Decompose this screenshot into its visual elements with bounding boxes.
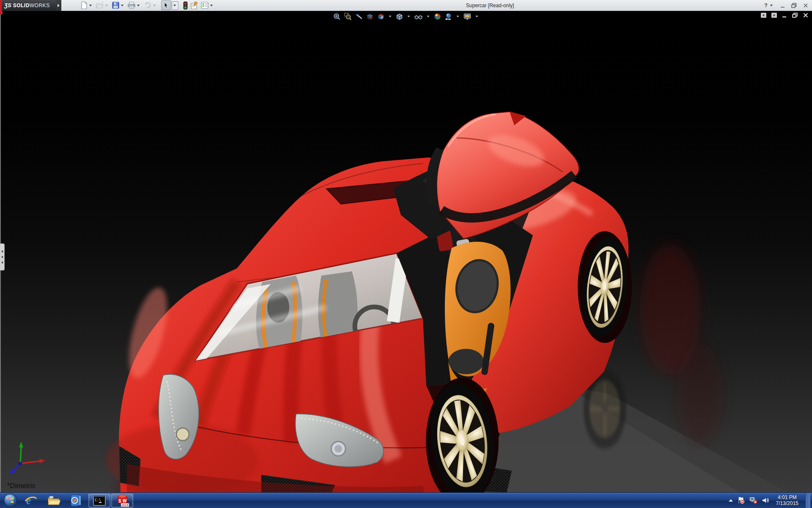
edit-appearance-button[interactable] bbox=[433, 12, 442, 21]
restore-button[interactable] bbox=[791, 3, 798, 8]
taskbar-command-prompt[interactable]: C:\ bbox=[88, 494, 110, 508]
zoom-to-area-button[interactable] bbox=[343, 12, 353, 21]
view-settings-icon bbox=[464, 13, 472, 20]
view-settings-caret[interactable] bbox=[476, 16, 478, 17]
view-orientation-icon bbox=[377, 13, 385, 20]
start-button[interactable] bbox=[2, 493, 19, 508]
save-dropdown-caret[interactable] bbox=[121, 5, 123, 6]
action-center-icon[interactable] bbox=[737, 497, 745, 504]
new-dropdown-caret[interactable] bbox=[89, 5, 92, 6]
zoom-to-fit-icon bbox=[333, 13, 341, 20]
apply-scene-caret[interactable] bbox=[457, 16, 459, 17]
graphics-viewport[interactable]: *Dimetric bbox=[0, 11, 812, 492]
display-style-icon bbox=[396, 13, 403, 20]
expand-pane-arrow-icon bbox=[1, 256, 3, 258]
sw-letter-w: W bbox=[123, 499, 127, 503]
flyout-arrow-icon bbox=[58, 4, 60, 7]
volume-icon[interactable] bbox=[762, 497, 769, 504]
new-document-button[interactable] bbox=[79, 0, 95, 11]
show-hidden-icons-button[interactable] bbox=[729, 499, 733, 502]
expand-pane-arrow-icon bbox=[1, 261, 3, 264]
sw-letter-s: S bbox=[118, 499, 121, 503]
hide-show-items-caret[interactable] bbox=[427, 16, 430, 17]
cmd-prompt-text: C:\ bbox=[95, 498, 101, 502]
triad-y-axis-green bbox=[19, 442, 23, 464]
open-dropdown-caret[interactable] bbox=[105, 5, 108, 6]
folder-icon bbox=[47, 494, 60, 506]
checker-dropdown-caret[interactable] bbox=[210, 5, 213, 6]
comment-button[interactable] bbox=[189, 0, 200, 11]
section-view-icon bbox=[366, 13, 374, 20]
menu-flyout-button[interactable] bbox=[56, 0, 61, 11]
viewport-close-button[interactable] bbox=[803, 12, 809, 18]
view-orientation-label: *Dimetric bbox=[7, 482, 36, 490]
save-button[interactable] bbox=[111, 0, 126, 11]
window-title: Supercar [Read-only] bbox=[216, 3, 764, 8]
display-style-caret[interactable] bbox=[408, 16, 410, 17]
taskbar-internet-explorer[interactable]: e bbox=[20, 494, 42, 508]
edit-appearance-icon bbox=[434, 13, 442, 20]
show-desktop-button[interactable] bbox=[805, 493, 810, 508]
new-document-icon bbox=[80, 1, 88, 9]
undo-dropdown-caret[interactable] bbox=[153, 5, 156, 6]
taskbar-media-player[interactable] bbox=[66, 494, 88, 508]
collapse-pane-left-button[interactable] bbox=[760, 12, 767, 18]
command-prompt-icon: C:\ bbox=[93, 495, 106, 506]
apply-scene-button[interactable] bbox=[444, 12, 453, 21]
help-dropdown-caret bbox=[770, 5, 773, 6]
select-button[interactable] bbox=[160, 0, 179, 11]
help-icon: ? bbox=[764, 2, 768, 8]
sw-year-badge: 2015 bbox=[121, 503, 129, 507]
media-player-icon bbox=[70, 494, 83, 506]
triad-z-axis-blue bbox=[9, 462, 22, 475]
traffic-light-button[interactable] bbox=[182, 0, 189, 11]
undo-icon bbox=[143, 1, 152, 9]
collapse-pane-right-button[interactable] bbox=[771, 12, 777, 18]
view-settings-button[interactable] bbox=[463, 12, 472, 21]
close-button[interactable] bbox=[803, 3, 809, 8]
open-button[interactable] bbox=[95, 0, 111, 11]
zoom-to-fit-button[interactable] bbox=[332, 12, 342, 21]
standard-toolbar bbox=[79, 0, 216, 11]
section-view-button[interactable] bbox=[365, 12, 375, 21]
undo-button[interactable] bbox=[143, 0, 159, 11]
feature-manager-collapsed-tab[interactable] bbox=[0, 243, 5, 271]
viewport-minimize-button[interactable] bbox=[782, 12, 787, 18]
3d-scene-canvas[interactable] bbox=[0, 11, 812, 492]
hide-show-items-icon bbox=[414, 13, 423, 20]
network-status-icon[interactable] bbox=[749, 497, 757, 504]
expand-pane-arrow-icon bbox=[1, 250, 3, 253]
display-style-button[interactable] bbox=[395, 12, 404, 21]
select-dropdown-caret bbox=[173, 5, 176, 6]
print-dropdown-caret[interactable] bbox=[137, 5, 140, 6]
help-button[interactable]: ? bbox=[764, 2, 775, 8]
hide-show-items-button[interactable] bbox=[414, 12, 424, 21]
save-floppy-icon bbox=[112, 1, 120, 9]
taskbar-apps: e C:\ bbox=[0, 493, 134, 508]
document-window-controls bbox=[760, 12, 809, 18]
taskbar-solidworks[interactable]: S W 2015 bbox=[111, 494, 133, 508]
viewport-restore-button[interactable] bbox=[792, 12, 798, 18]
design-checker-button[interactable] bbox=[200, 0, 216, 11]
select-dropdown-button[interactable] bbox=[172, 1, 178, 10]
tray-clock[interactable]: 4:01 PM 7/13/2015 bbox=[776, 494, 798, 506]
view-orientation-caret[interactable] bbox=[389, 16, 392, 17]
tray-time: 4:01 PM bbox=[776, 494, 798, 500]
previous-view-icon bbox=[355, 13, 363, 20]
system-tray: 4:01 PM 7/13/2015 bbox=[729, 493, 812, 508]
titlebar-controls: ? bbox=[764, 2, 809, 8]
view-orientation-button[interactable] bbox=[376, 12, 386, 21]
orientation-triad bbox=[6, 437, 48, 480]
taskbar-windows-explorer[interactable] bbox=[43, 494, 65, 508]
zoom-to-area-icon bbox=[344, 13, 352, 20]
heads-up-view-toolbar bbox=[332, 12, 480, 21]
print-button[interactable] bbox=[126, 0, 143, 11]
minimize-button[interactable] bbox=[780, 3, 786, 8]
windows-taskbar: e C:\ bbox=[0, 492, 812, 508]
select-cursor-icon bbox=[162, 1, 170, 9]
apply-scene-icon bbox=[445, 13, 453, 20]
print-icon bbox=[127, 1, 136, 9]
design-checker-icon bbox=[200, 1, 209, 9]
previous-view-button[interactable] bbox=[354, 12, 364, 21]
internet-explorer-icon: e bbox=[25, 494, 37, 506]
